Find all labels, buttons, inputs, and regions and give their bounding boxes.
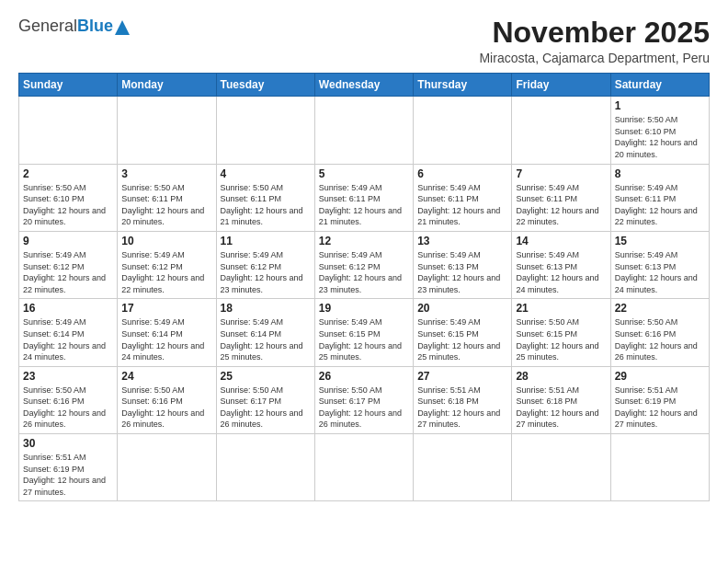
day-number: 15 — [615, 235, 705, 247]
weekday-header-tuesday: Tuesday — [216, 74, 314, 97]
logo-triangle-icon — [115, 20, 130, 35]
day-number: 24 — [121, 370, 211, 383]
day-number: 27 — [417, 370, 507, 383]
day-number: 8 — [615, 167, 705, 180]
day-cell: 15Sunrise: 5:49 AM Sunset: 6:13 PM Dayli… — [610, 231, 709, 298]
day-info: Sunrise: 5:50 AM Sunset: 6:15 PM Dayligh… — [516, 316, 606, 362]
day-cell: 10Sunrise: 5:49 AM Sunset: 6:12 PM Dayli… — [118, 231, 216, 298]
day-cell: 30Sunrise: 5:51 AM Sunset: 6:19 PM Dayli… — [19, 434, 118, 501]
day-cell — [216, 434, 314, 501]
day-info: Sunrise: 5:49 AM Sunset: 6:11 PM Dayligh… — [319, 182, 409, 228]
day-cell: 21Sunrise: 5:50 AM Sunset: 6:15 PM Dayli… — [512, 299, 610, 366]
day-info: Sunrise: 5:50 AM Sunset: 6:17 PM Dayligh… — [319, 385, 409, 431]
weekday-header-monday: Monday — [118, 74, 216, 97]
title-section: November 2025 Miracosta, Cajamarca Depar… — [479, 17, 710, 65]
day-cell — [414, 434, 512, 501]
day-cell: 19Sunrise: 5:49 AM Sunset: 6:15 PM Dayli… — [314, 299, 413, 366]
day-number: 7 — [516, 167, 606, 180]
calendar-page: General Blue November 2025 Miracosta, Ca… — [0, 0, 728, 511]
day-number: 29 — [615, 370, 705, 383]
day-number: 1 — [615, 99, 705, 112]
day-info: Sunrise: 5:49 AM Sunset: 6:13 PM Dayligh… — [615, 249, 705, 295]
day-info: Sunrise: 5:51 AM Sunset: 6:18 PM Dayligh… — [417, 385, 507, 431]
day-info: Sunrise: 5:49 AM Sunset: 6:11 PM Dayligh… — [615, 182, 705, 228]
weekday-header-thursday: Thursday — [414, 74, 512, 97]
day-info: Sunrise: 5:50 AM Sunset: 6:11 PM Dayligh… — [121, 182, 211, 228]
day-info: Sunrise: 5:49 AM Sunset: 6:12 PM Dayligh… — [23, 249, 113, 295]
weekday-header-sunday: Sunday — [19, 74, 118, 97]
day-info: Sunrise: 5:49 AM Sunset: 6:15 PM Dayligh… — [417, 316, 507, 362]
day-number: 6 — [417, 167, 507, 180]
day-cell — [414, 97, 512, 164]
day-cell: 24Sunrise: 5:50 AM Sunset: 6:16 PM Dayli… — [118, 366, 216, 433]
logo-blue-text: Blue — [77, 17, 113, 36]
day-info: Sunrise: 5:49 AM Sunset: 6:12 PM Dayligh… — [121, 249, 211, 295]
day-cell: 8Sunrise: 5:49 AM Sunset: 6:11 PM Daylig… — [610, 164, 709, 231]
day-info: Sunrise: 5:50 AM Sunset: 6:17 PM Dayligh… — [221, 385, 311, 431]
day-info: Sunrise: 5:50 AM Sunset: 6:10 PM Dayligh… — [23, 182, 113, 228]
day-cell — [314, 434, 413, 501]
day-number: 26 — [319, 370, 409, 383]
day-info: Sunrise: 5:51 AM Sunset: 6:19 PM Dayligh… — [23, 452, 113, 498]
day-info: Sunrise: 5:51 AM Sunset: 6:19 PM Dayligh… — [615, 385, 705, 431]
day-number: 25 — [221, 370, 311, 383]
day-number: 10 — [121, 235, 211, 247]
day-cell: 28Sunrise: 5:51 AM Sunset: 6:18 PM Dayli… — [512, 366, 610, 433]
month-title: November 2025 — [479, 17, 710, 49]
day-cell: 9Sunrise: 5:49 AM Sunset: 6:12 PM Daylig… — [19, 231, 118, 298]
day-info: Sunrise: 5:50 AM Sunset: 6:16 PM Dayligh… — [615, 316, 705, 362]
day-cell: 11Sunrise: 5:49 AM Sunset: 6:12 PM Dayli… — [216, 231, 314, 298]
day-number: 4 — [221, 167, 311, 180]
day-info: Sunrise: 5:50 AM Sunset: 6:11 PM Dayligh… — [221, 182, 311, 228]
day-number: 16 — [23, 302, 113, 315]
day-info: Sunrise: 5:49 AM Sunset: 6:14 PM Dayligh… — [221, 316, 311, 362]
day-number: 20 — [417, 302, 507, 315]
day-number: 28 — [516, 370, 606, 383]
day-cell: 2Sunrise: 5:50 AM Sunset: 6:10 PM Daylig… — [19, 164, 118, 231]
day-number: 9 — [23, 235, 113, 247]
day-cell: 5Sunrise: 5:49 AM Sunset: 6:11 PM Daylig… — [314, 164, 413, 231]
day-number: 19 — [319, 302, 409, 315]
day-info: Sunrise: 5:50 AM Sunset: 6:16 PM Dayligh… — [121, 385, 211, 431]
day-number: 5 — [319, 167, 409, 180]
day-info: Sunrise: 5:49 AM Sunset: 6:15 PM Dayligh… — [319, 316, 409, 362]
day-cell — [216, 97, 314, 164]
day-cell: 23Sunrise: 5:50 AM Sunset: 6:16 PM Dayli… — [19, 366, 118, 433]
day-number: 14 — [516, 235, 606, 247]
week-row-3: 16Sunrise: 5:49 AM Sunset: 6:14 PM Dayli… — [19, 299, 710, 366]
day-number: 22 — [615, 302, 705, 315]
day-cell: 3Sunrise: 5:50 AM Sunset: 6:11 PM Daylig… — [118, 164, 216, 231]
day-cell: 25Sunrise: 5:50 AM Sunset: 6:17 PM Dayli… — [216, 366, 314, 433]
day-cell: 6Sunrise: 5:49 AM Sunset: 6:11 PM Daylig… — [414, 164, 512, 231]
week-row-1: 2Sunrise: 5:50 AM Sunset: 6:10 PM Daylig… — [19, 164, 710, 231]
day-cell: 1Sunrise: 5:50 AM Sunset: 6:10 PM Daylig… — [610, 97, 709, 164]
day-info: Sunrise: 5:49 AM Sunset: 6:14 PM Dayligh… — [121, 316, 211, 362]
day-cell: 4Sunrise: 5:50 AM Sunset: 6:11 PM Daylig… — [216, 164, 314, 231]
day-number: 2 — [23, 167, 113, 180]
day-number: 18 — [221, 302, 311, 315]
day-info: Sunrise: 5:49 AM Sunset: 6:13 PM Dayligh… — [417, 249, 507, 295]
weekday-header-row: SundayMondayTuesdayWednesdayThursdayFrid… — [19, 74, 710, 97]
day-cell: 17Sunrise: 5:49 AM Sunset: 6:14 PM Dayli… — [118, 299, 216, 366]
weekday-header-friday: Friday — [512, 74, 610, 97]
week-row-5: 30Sunrise: 5:51 AM Sunset: 6:19 PM Dayli… — [19, 434, 710, 501]
day-info: Sunrise: 5:50 AM Sunset: 6:16 PM Dayligh… — [23, 385, 113, 431]
week-row-4: 23Sunrise: 5:50 AM Sunset: 6:16 PM Dayli… — [19, 366, 710, 433]
logo-general-text: General — [18, 17, 77, 36]
day-number: 30 — [23, 437, 113, 450]
day-number: 21 — [516, 302, 606, 315]
day-info: Sunrise: 5:49 AM Sunset: 6:12 PM Dayligh… — [221, 249, 311, 295]
day-info: Sunrise: 5:51 AM Sunset: 6:18 PM Dayligh… — [516, 385, 606, 431]
day-number: 13 — [417, 235, 507, 247]
day-cell — [610, 434, 709, 501]
day-cell: 13Sunrise: 5:49 AM Sunset: 6:13 PM Dayli… — [414, 231, 512, 298]
day-cell: 22Sunrise: 5:50 AM Sunset: 6:16 PM Dayli… — [610, 299, 709, 366]
day-cell: 18Sunrise: 5:49 AM Sunset: 6:14 PM Dayli… — [216, 299, 314, 366]
day-number: 17 — [121, 302, 211, 315]
calendar-table: SundayMondayTuesdayWednesdayThursdayFrid… — [18, 73, 710, 501]
day-cell: 14Sunrise: 5:49 AM Sunset: 6:13 PM Dayli… — [512, 231, 610, 298]
day-info: Sunrise: 5:49 AM Sunset: 6:14 PM Dayligh… — [23, 316, 113, 362]
day-number: 3 — [121, 167, 211, 180]
day-cell: 16Sunrise: 5:49 AM Sunset: 6:14 PM Dayli… — [19, 299, 118, 366]
day-number: 11 — [221, 235, 311, 247]
